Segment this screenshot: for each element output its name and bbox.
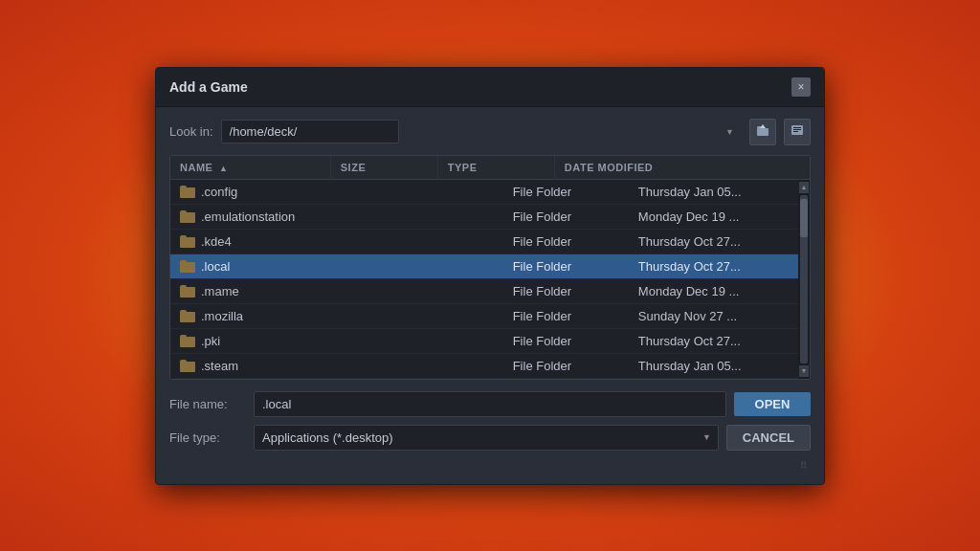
svg-rect-0 [757,128,768,136]
folder-icon [180,235,195,248]
file-table: NAME ▲ SIZE TYPE DATE MODIFIED [170,156,810,180]
cell-type: File Folder [503,229,629,253]
cell-date: Thursday Jan 05... [629,353,798,378]
browse-button[interactable] [784,119,811,145]
cell-date: Thursday Oct 27... [629,253,798,278]
col-name[interactable]: NAME ▲ [170,156,330,180]
file-name-text: .emulationstation [201,209,295,224]
file-table-container: NAME ▲ SIZE TYPE DATE MODIFIED [169,155,811,380]
scroll-track [800,195,808,364]
dialog-titlebar: Add a Game × [156,68,824,107]
cell-type: File Folder [503,253,629,278]
add-game-dialog: Add a Game × Look in: [155,67,825,485]
filename-label: File name: [169,397,246,411]
table-scroll-wrapper: .config File Folder Thursday Jan 05... .… [170,180,810,379]
cell-name: .pki [170,328,453,353]
file-name-text: .config [201,185,237,199]
close-button[interactable]: × [791,77,811,97]
col-size[interactable]: SIZE [330,156,437,180]
cell-date: Thursday Oct 27... [629,328,798,353]
folder-icon [180,335,195,347]
dialog-body: Look in: [156,107,824,484]
cell-name: .mozilla [170,303,453,328]
table-row[interactable]: .local File Folder Thursday Oct 27... [170,253,798,278]
cell-date: Thursday Oct 27... [629,229,798,253]
file-name-text: .pki [201,334,220,348]
cell-date: Thursday Jan 05... [629,180,798,205]
file-name-text: .mozilla [201,309,243,323]
col-date[interactable]: DATE MODIFIED [554,156,810,180]
table-row[interactable]: .mame File Folder Monday Dec 19 ... [170,278,798,303]
look-in-row: Look in: [169,119,811,145]
table-row[interactable]: .pki File Folder Thursday Oct 27... [170,328,798,353]
cell-date: Monday Dec 19 ... [629,278,798,303]
cell-size [453,229,502,253]
table-row[interactable]: .steam File Folder Thursday Jan 05... [170,353,798,378]
cell-date: Sunday Nov 27 ... [629,303,798,328]
scroll-thumb[interactable] [800,199,808,237]
cell-type: File Folder [503,278,629,303]
filetype-label: File type: [169,430,246,445]
cell-size [453,253,502,278]
scrollbar: ▲ ▼ [798,180,810,379]
folder-icon [180,360,195,372]
look-in-input[interactable] [221,120,399,143]
cell-size [453,328,502,353]
scroll-down-button[interactable]: ▼ [799,365,809,377]
cell-type: File Folder [503,328,629,353]
cell-name: .config [170,180,453,205]
cell-type: File Folder [503,303,629,328]
cell-type: File Folder [503,204,629,229]
table-header: NAME ▲ SIZE TYPE DATE MODIFIED [170,156,810,180]
filetype-row: File type: Applications (*.desktop)All F… [169,425,811,451]
cell-name: .steam [170,353,453,378]
upload-folder-button[interactable] [749,119,776,145]
cell-size [453,278,502,303]
table-row[interactable]: .config File Folder Thursday Jan 05... [170,180,798,205]
cell-date: Monday Dec 19 ... [629,204,798,229]
folder-icon [180,310,195,322]
svg-rect-6 [793,131,798,132]
look-in-select-wrapper [221,120,742,143]
cell-type: File Folder [503,180,629,205]
open-button[interactable]: OPEN [734,392,811,416]
look-in-label: Look in: [169,124,213,139]
folder-icon [180,285,195,298]
table-inner[interactable]: .config File Folder Thursday Jan 05... .… [170,180,798,379]
cell-size [453,303,502,328]
table-row[interactable]: .kde4 File Folder Thursday Oct 27... [170,229,798,253]
cell-type: File Folder [503,353,629,378]
file-table-rows: .config File Folder Thursday Jan 05... .… [170,180,798,379]
browse-icon [791,123,804,140]
filename-row: File name: OPEN [169,391,811,417]
cancel-button[interactable]: CANCEL [726,425,811,451]
folder-icon [180,186,195,198]
folder-icon [180,260,195,273]
cell-name: .kde4 [170,229,453,253]
table-row[interactable]: .emulationstation File Folder Monday Dec… [170,204,798,229]
svg-rect-5 [793,129,801,130]
file-table-body: .config File Folder Thursday Jan 05... .… [170,180,798,379]
file-name-text: .kde4 [201,234,232,249]
folder-icon [180,210,195,223]
sort-arrow: ▲ [219,164,228,173]
cell-name: .mame [170,278,453,303]
upload-icon [756,123,769,140]
cell-size [453,353,502,378]
col-type[interactable]: TYPE [437,156,554,180]
filename-input[interactable] [254,391,726,417]
file-name-text: .local [201,259,230,274]
file-name-text: .mame [201,284,239,298]
svg-rect-4 [793,127,801,128]
resize-grip: ⠿ [169,458,811,473]
filetype-select[interactable]: Applications (*.desktop)All Files (*) [254,425,719,451]
dialog-title: Add a Game [169,79,248,95]
file-name-text: .steam [201,359,238,373]
cell-size [453,204,502,229]
filetype-select-wrapper: Applications (*.desktop)All Files (*) [254,425,719,451]
cell-name: .local [170,253,453,278]
cell-size [453,180,502,205]
table-row[interactable]: .mozilla File Folder Sunday Nov 27 ... [170,303,798,328]
cell-name: .emulationstation [170,204,453,229]
scroll-up-button[interactable]: ▲ [799,182,809,193]
